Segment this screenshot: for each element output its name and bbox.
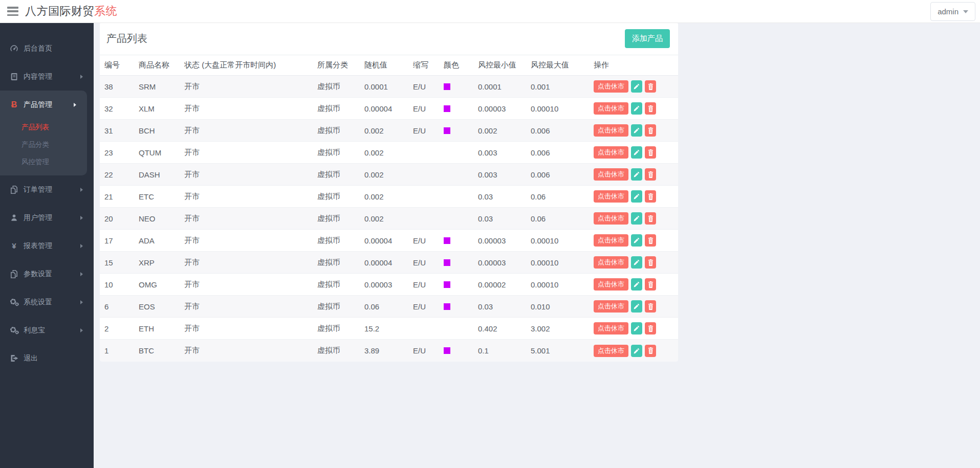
pencil-icon xyxy=(634,348,640,354)
sidebar-item-product-list[interactable]: 产品列表 xyxy=(0,119,87,136)
color-swatch xyxy=(444,105,450,112)
suspend-market-button[interactable]: 点击休市 xyxy=(594,345,628,357)
cell-actions: 点击休市 xyxy=(589,318,678,339)
cell-category: 虚拟币 xyxy=(313,208,360,229)
bitcoin-icon: Ƀ xyxy=(9,101,19,109)
edit-button[interactable] xyxy=(631,190,642,203)
sidebar-item-order-management[interactable]: 订单管理 xyxy=(0,175,94,204)
edit-button[interactable] xyxy=(631,168,642,181)
app-title-primary: 八方国际财贸 xyxy=(25,5,94,17)
trash-icon xyxy=(648,171,654,178)
edit-button[interactable] xyxy=(631,256,642,269)
trash-icon xyxy=(648,149,654,156)
cell-actions: 点击休市 xyxy=(589,296,678,317)
cell-actions: 点击休市 xyxy=(589,164,678,185)
edit-button[interactable] xyxy=(631,345,642,357)
cell-category: 虚拟币 xyxy=(313,120,360,141)
pencil-icon xyxy=(634,303,640,309)
trash-icon xyxy=(648,303,654,310)
sidebar-item-label: 订单管理 xyxy=(24,185,52,194)
delete-button[interactable] xyxy=(645,212,656,225)
sidebar-item-risk-management[interactable]: 风控管理 xyxy=(0,153,87,171)
cell-category: 虚拟币 xyxy=(313,164,360,185)
cell-abbr: E/U xyxy=(408,76,439,97)
edit-button[interactable] xyxy=(631,212,642,225)
yen-icon: ¥ xyxy=(9,242,19,250)
column-header-color: 颜色 xyxy=(439,55,473,75)
cell-category: 虚拟币 xyxy=(313,340,360,362)
delete-button[interactable] xyxy=(645,345,656,357)
edit-button[interactable] xyxy=(631,124,642,137)
column-header-name: 商品名称 xyxy=(134,55,180,75)
edit-button[interactable] xyxy=(631,102,642,115)
delete-button[interactable] xyxy=(645,278,656,291)
delete-button[interactable] xyxy=(645,234,656,247)
delete-button[interactable] xyxy=(645,124,656,137)
cell-risk-min: 0.003 xyxy=(473,164,526,185)
cell-status: 开市 xyxy=(180,76,313,97)
sidebar-item-user-management[interactable]: 用户管理 xyxy=(0,204,94,232)
suspend-market-button[interactable]: 点击休市 xyxy=(594,278,628,291)
suspend-market-button[interactable]: 点击休市 xyxy=(594,190,628,203)
cell-abbr xyxy=(408,142,439,163)
chevron-right-icon xyxy=(80,328,83,332)
cell-name: XLM xyxy=(134,98,180,119)
edit-button[interactable] xyxy=(631,146,642,159)
edit-button[interactable] xyxy=(631,234,642,247)
suspend-market-button[interactable]: 点击休市 xyxy=(594,322,628,335)
edit-button[interactable] xyxy=(631,300,642,313)
sidebar-item-system-settings[interactable]: 系统设置 xyxy=(0,288,94,316)
delete-button[interactable] xyxy=(645,256,656,269)
delete-button[interactable] xyxy=(645,102,656,115)
app-title-accent: 系统 xyxy=(94,5,117,17)
cell-category: 虚拟币 xyxy=(313,296,360,317)
column-header-abbr: 缩写 xyxy=(408,55,439,75)
cell-status: 开市 xyxy=(180,164,313,185)
edit-button[interactable] xyxy=(631,80,642,93)
sidebar-item-report-management[interactable]: ¥ 报表管理 xyxy=(0,232,94,260)
cell-random: 0.002 xyxy=(360,120,408,141)
delete-button[interactable] xyxy=(645,190,656,203)
sidebar-item-product-management[interactable]: Ƀ 产品管理 xyxy=(0,91,87,119)
cell-category: 虚拟币 xyxy=(313,76,360,97)
suspend-market-button[interactable]: 点击休市 xyxy=(594,256,628,269)
chevron-right-icon xyxy=(80,244,83,248)
cell-random: 0.00004 xyxy=(360,230,408,251)
user-menu-button[interactable]: admin xyxy=(930,2,975,21)
cell-id: 2 xyxy=(100,318,134,339)
sidebar-item-parameter-settings[interactable]: 参数设置 xyxy=(0,260,94,288)
suspend-market-button[interactable]: 点击休市 xyxy=(594,234,628,247)
cell-risk-min: 0.03 xyxy=(473,186,526,207)
suspend-market-button[interactable]: 点击休市 xyxy=(594,124,628,137)
table-row: 38 SRM 开市 虚拟币 0.0001 E/U 0.0001 0.001 点击… xyxy=(100,76,678,98)
suspend-market-button[interactable]: 点击休市 xyxy=(594,212,628,225)
color-swatch xyxy=(444,259,450,266)
sidebar-item-content-management[interactable]: 内容管理 xyxy=(0,62,94,91)
color-swatch xyxy=(444,237,450,244)
delete-button[interactable] xyxy=(645,322,656,335)
add-product-button[interactable]: 添加产品 xyxy=(625,29,670,48)
cell-risk-min: 0.00003 xyxy=(473,230,526,251)
sidebar-item-product-category[interactable]: 产品分类 xyxy=(0,136,87,153)
cell-risk-max: 0.00010 xyxy=(526,252,589,273)
delete-button[interactable] xyxy=(645,300,656,313)
delete-button[interactable] xyxy=(645,168,656,181)
trash-icon xyxy=(648,83,654,90)
sidebar-item-interest-treasure[interactable]: 利息宝 xyxy=(0,316,94,344)
sidebar-item-dashboard[interactable]: 后台首页 xyxy=(0,34,94,62)
cell-color xyxy=(439,142,473,163)
sidebar-item-logout[interactable]: 退出 xyxy=(0,344,94,372)
edit-button[interactable] xyxy=(631,322,642,335)
cell-risk-max: 3.002 xyxy=(526,318,589,339)
hamburger-menu-icon[interactable] xyxy=(7,7,18,16)
suspend-market-button[interactable]: 点击休市 xyxy=(594,300,628,313)
suspend-market-button[interactable]: 点击休市 xyxy=(594,146,628,159)
cell-risk-min: 0.402 xyxy=(473,318,526,339)
suspend-market-button[interactable]: 点击休市 xyxy=(594,102,628,115)
sidebar-group-product-management: Ƀ 产品管理 产品列表 产品分类 风控管理 xyxy=(0,91,87,175)
delete-button[interactable] xyxy=(645,146,656,159)
suspend-market-button[interactable]: 点击休市 xyxy=(594,80,628,93)
suspend-market-button[interactable]: 点击休市 xyxy=(594,168,628,181)
delete-button[interactable] xyxy=(645,80,656,93)
edit-button[interactable] xyxy=(631,278,642,291)
